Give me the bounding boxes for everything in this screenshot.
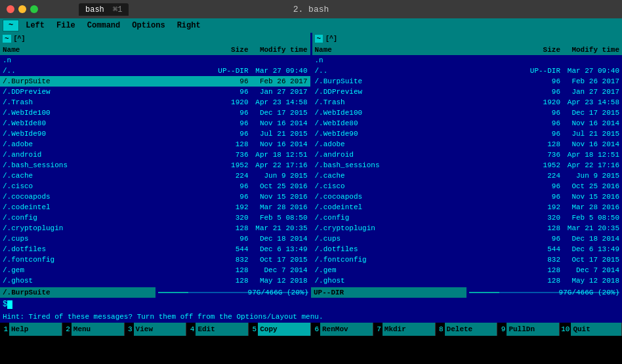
left-panel-header: ~ [^]	[0, 33, 310, 45]
list-item[interactable]: /.WebIde9096Jul 21 2015	[312, 129, 623, 139]
list-item[interactable]: /.WebIde10096Dec 17 2015	[312, 108, 623, 118]
list-item[interactable]: /.Trash1920Apr 23 14:58	[312, 97, 623, 108]
right-col-mtime: Modify time	[560, 46, 619, 54]
menu-right[interactable]: Right	[172, 20, 206, 31]
list-item[interactable]: /.dotfiles544Dec 6 13:49	[0, 244, 310, 254]
list-item[interactable]: /.codeintel192Mar 28 2016	[0, 202, 310, 212]
list-item[interactable]: /..UP--DIRMar 27 09:40	[312, 66, 623, 76]
left-path-tilde: ~	[3, 35, 11, 43]
fn-bar: 1Help2Menu3View4Edit5Copy6RenMov7Mkdir8D…	[0, 323, 622, 336]
list-item[interactable]: /.BurpSuite96Feb 26 2017	[312, 76, 623, 87]
list-item[interactable]: /.gem128Dec 7 2014	[312, 265, 623, 275]
window-title: 2. bash	[293, 5, 329, 14]
cmd-cursor	[7, 300, 12, 309]
right-panel: ~ [^] Name Size Modify time .n/..UP--DIR…	[312, 33, 623, 287]
right-status: UP--DIR	[311, 287, 466, 298]
list-item[interactable]: /.cisco96Oct 25 2016	[0, 181, 310, 192]
menu-left[interactable]: Left	[20, 20, 50, 31]
list-item[interactable]: /.DDPreview96Jan 27 2017	[312, 87, 623, 97]
list-item[interactable]: /.dotfiles544Dec 6 13:49	[312, 244, 623, 254]
menu-options[interactable]: Options	[127, 20, 170, 31]
right-path-arrow: [^]	[325, 35, 337, 43]
tab-bash[interactable]: bash ⌘1	[79, 3, 129, 16]
fn-key-7[interactable]: 7Mkdir	[373, 323, 436, 336]
list-item[interactable]: /.ghost128May 12 2018	[0, 275, 310, 286]
left-col-mtime: Modify time	[249, 46, 308, 54]
list-item[interactable]: /.config320Feb 5 08:50	[0, 212, 310, 223]
hint-bar: Hint: Tired of these messages? Turn them…	[0, 311, 622, 323]
fn-key-3[interactable]: 3View	[125, 323, 187, 336]
list-item[interactable]: /.cups96Dec 18 2014	[312, 233, 623, 244]
left-path-arrow: [^]	[14, 35, 26, 43]
fn-key-6[interactable]: 6RenMov	[311, 323, 373, 336]
main-content: ~ [^] Name Size Modify time .n/..UP--DIR…	[0, 33, 622, 323]
cmd-area: $	[0, 298, 622, 311]
list-item[interactable]: /.android736Apr 18 12:51	[0, 150, 310, 160]
fn-key-8[interactable]: 8Delete	[436, 323, 498, 336]
left-file-list: .n/..UP--DIRMar 27 09:40/.BurpSuite96Feb…	[0, 55, 310, 287]
list-item[interactable]: /.DDPreview96Jan 27 2017	[0, 87, 310, 97]
list-item[interactable]: /.cocoapods96Nov 15 2016	[312, 192, 623, 202]
menu-tilde[interactable]: ~	[3, 20, 19, 31]
list-item[interactable]: /.bash_sessions1952Apr 22 17:16	[312, 160, 623, 171]
list-item[interactable]: /.WebIde9096Jul 21 2015	[0, 129, 310, 139]
right-col-size: Size	[524, 46, 560, 54]
list-item[interactable]: /.adobe128Nov 16 2014	[0, 139, 310, 150]
list-item[interactable]: /.fontconfig832Oct 17 2015	[0, 254, 310, 265]
menu-command[interactable]: Command	[82, 20, 125, 31]
fn-key-2[interactable]: 2Menu	[62, 323, 125, 336]
panels: ~ [^] Name Size Modify time .n/..UP--DIR…	[0, 33, 622, 287]
list-item[interactable]: /.cache224Jun 9 2015	[0, 171, 310, 181]
title-bar: bash ⌘1 2. bash	[0, 0, 622, 18]
right-progress-text: 97G/466G (20%)	[559, 289, 619, 296]
fn-key-1[interactable]: 1Help	[0, 323, 62, 336]
cmd-prompt: $	[3, 300, 7, 309]
left-col-headers: Name Size Modify time	[0, 45, 310, 55]
list-item[interactable]: /.WebIde8096Nov 16 2014	[0, 118, 310, 129]
maximize-button[interactable]	[30, 5, 38, 13]
list-item[interactable]: /.Trash1920Apr 23 14:58	[0, 97, 310, 108]
list-item[interactable]: /.WebIde10096Dec 17 2015	[0, 108, 310, 118]
list-item[interactable]: .n	[312, 55, 623, 66]
fn-key-5[interactable]: 5Copy	[249, 323, 311, 336]
left-status: /.BurpSuite	[0, 287, 156, 298]
right-progress-fill	[469, 292, 499, 293]
fn-key-10[interactable]: 10Quit	[560, 323, 622, 336]
minimize-button[interactable]	[18, 5, 26, 13]
list-item[interactable]: /.ghost128May 12 2018	[312, 275, 623, 286]
left-col-name: Name	[3, 46, 213, 54]
right-progress-area: 97G/466G (20%)	[466, 287, 622, 298]
list-item[interactable]: /.cryptoplugin128Mar 21 20:35	[0, 223, 310, 233]
list-item[interactable]: /.WebIde8096Nov 16 2014	[312, 118, 623, 129]
list-item[interactable]: /.cups96Dec 18 2014	[0, 233, 310, 244]
list-item[interactable]: /.gem128Dec 7 2014	[0, 265, 310, 275]
fn-key-9[interactable]: 9PullDn	[497, 323, 560, 336]
fn-key-4[interactable]: 4Edit	[186, 323, 249, 336]
list-item[interactable]: .n	[0, 55, 310, 66]
close-button[interactable]	[7, 5, 14, 13]
list-item[interactable]: /.config320Feb 5 08:50	[312, 212, 623, 223]
left-progress-area: 97G/466G (20%)	[156, 287, 311, 298]
list-item[interactable]: /.adobe128Nov 16 2014	[312, 139, 623, 150]
status-row: /.BurpSuite 97G/466G (20%) UP--DIR 97G/4…	[0, 287, 622, 298]
list-item[interactable]: /.bash_sessions1952Apr 22 17:16	[0, 160, 310, 171]
list-item[interactable]: /.cryptoplugin128Mar 21 20:35	[312, 223, 623, 233]
list-item[interactable]: /.cocoapods96Nov 15 2016	[0, 192, 310, 202]
list-item[interactable]: /..UP--DIRMar 27 09:40	[0, 66, 310, 76]
list-item[interactable]: /.android736Apr 18 12:51	[312, 150, 623, 160]
window-controls	[7, 5, 38, 13]
list-item[interactable]: /.BurpSuite96Feb 26 2017	[0, 76, 310, 87]
right-panel-header: ~ [^]	[312, 33, 623, 45]
list-item[interactable]: /.fontconfig832Oct 17 2015	[312, 254, 623, 265]
list-item[interactable]: /.codeintel192Mar 28 2016	[312, 202, 623, 212]
list-item[interactable]: /.cache224Jun 9 2015	[312, 171, 623, 181]
left-progress-text: 97G/466G (20%)	[248, 289, 308, 296]
right-path-tilde: ~	[315, 35, 323, 43]
right-file-list: .n/..UP--DIRMar 27 09:40/.BurpSuite96Feb…	[312, 55, 623, 287]
right-col-headers: Name Size Modify time	[312, 45, 623, 55]
list-item[interactable]: /.cisco96Oct 25 2016	[312, 181, 623, 192]
menu-file[interactable]: File	[51, 20, 81, 31]
left-col-size: Size	[213, 46, 249, 54]
menu-bar: ~ Left File Command Options Right	[0, 18, 622, 33]
left-panel: ~ [^] Name Size Modify time .n/..UP--DIR…	[0, 33, 310, 287]
